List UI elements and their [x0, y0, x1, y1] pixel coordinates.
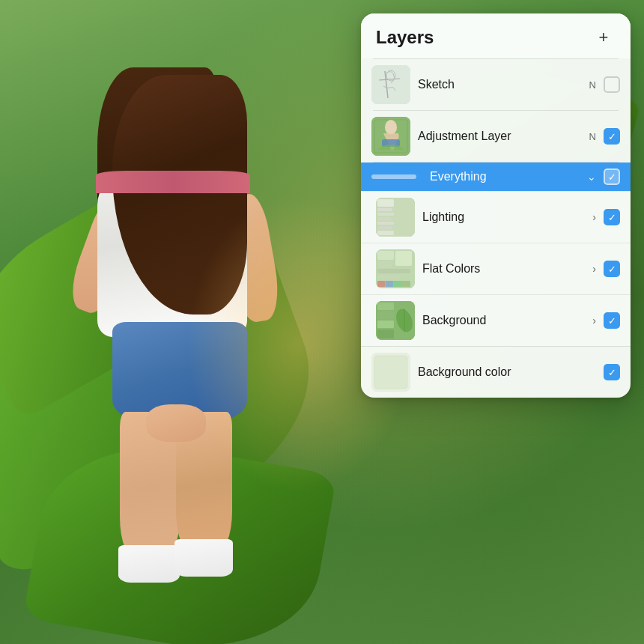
character-sock-left: [118, 545, 180, 583]
layer-info-lighting: Lighting: [422, 210, 585, 224]
svg-rect-20: [377, 269, 410, 273]
svg-rect-18: [377, 261, 392, 267]
layer-row-flat-colors[interactable]: Flat Colors › ✓: [361, 243, 631, 294]
layer-right-adjustment: N ✓: [589, 128, 620, 145]
layer-right-bgcolor: ✓: [604, 364, 620, 380]
add-layer-button[interactable]: +: [592, 25, 616, 49]
layer-right-everything: ⌄ ✓: [587, 168, 620, 185]
layers-panel: Layers + Sketch N: [361, 13, 631, 398]
svg-rect-29: [377, 321, 394, 328]
layer-info-adjustment: Adjustment Layer: [418, 130, 582, 143]
flat-colors-thumb-icon: [376, 249, 415, 288]
layers-title: Layers: [376, 27, 434, 48]
svg-rect-28: [377, 312, 394, 319]
character-shirt-accent: [96, 171, 250, 193]
layer-blend-mode-adjustment: N: [589, 131, 596, 142]
layer-checkbox-adjustment[interactable]: ✓: [604, 128, 620, 145]
chevron-right-icon-background: ›: [592, 315, 596, 326]
adjustment-thumb-icon: [371, 117, 410, 156]
svg-rect-27: [377, 303, 394, 310]
svg-rect-0: [371, 65, 410, 104]
layers-header: Layers +: [361, 13, 631, 58]
layer-thumbnail-sketch: [371, 65, 410, 104]
layer-thumbnail-flat: [376, 249, 415, 288]
layer-right-background: › ✓: [592, 312, 620, 329]
layer-name-flat: Flat Colors: [422, 262, 585, 276]
svg-rect-25: [394, 281, 401, 287]
chevron-right-icon-lighting: ›: [592, 211, 596, 223]
character-sock-right: [174, 539, 233, 577]
chevron-right-icon-flat: ›: [592, 263, 596, 275]
layer-info-flat: Flat Colors: [422, 262, 585, 276]
layer-info-sketch: Sketch: [418, 78, 582, 91]
everything-expand-bar: [371, 174, 416, 179]
layer-checkbox-background[interactable]: ✓: [604, 312, 620, 329]
svg-point-6: [385, 120, 397, 135]
layer-name-adjustment: Adjustment Layer: [418, 130, 582, 143]
layer-thumbnail-bgcolor: [371, 353, 410, 392]
layer-row-background[interactable]: Background › ✓: [361, 295, 631, 346]
character: [37, 45, 352, 629]
layer-right-lighting: › ✓: [592, 209, 620, 225]
layer-checkbox-bgcolor[interactable]: ✓: [604, 364, 620, 380]
svg-rect-30: [377, 329, 394, 338]
layer-info-bgcolor: Background color: [418, 365, 596, 379]
bgcolor-thumb-icon: [371, 353, 410, 392]
sketch-icon: [371, 65, 410, 104]
layer-checkbox-everything[interactable]: ✓: [604, 168, 620, 185]
layer-name-bgcolor: Background color: [418, 365, 596, 379]
layer-blend-mode-sketch: N: [589, 79, 596, 91]
layer-info-background: Background: [422, 314, 585, 327]
layer-checkbox-sketch[interactable]: [604, 76, 620, 93]
svg-rect-34: [374, 356, 407, 389]
svg-rect-23: [377, 281, 385, 287]
lighting-thumb-icon: [376, 198, 415, 237]
svg-rect-24: [386, 281, 393, 287]
layer-name-sketch: Sketch: [418, 78, 582, 91]
svg-rect-19: [395, 251, 412, 266]
layer-row-bgcolor[interactable]: Background color ✓: [361, 347, 631, 398]
svg-rect-14: [377, 226, 392, 229]
svg-rect-17: [377, 251, 394, 260]
layer-right-sketch: N: [589, 76, 620, 93]
layer-row-everything[interactable]: Everything ⌄ ✓: [361, 162, 631, 191]
layer-name-background: Background: [422, 314, 585, 327]
svg-rect-11: [377, 213, 394, 216]
background-thumb-icon: [376, 301, 415, 340]
layer-name-everything: Everything: [430, 170, 580, 183]
svg-rect-15: [377, 231, 394, 235]
layer-right-flat: › ✓: [592, 261, 620, 277]
layer-row-sketch[interactable]: Sketch N: [361, 59, 631, 110]
layer-checkbox-flat[interactable]: ✓: [604, 261, 620, 277]
layer-thumbnail-adjustment: [371, 117, 410, 156]
svg-rect-10: [377, 208, 392, 211]
character-hands: [146, 404, 206, 442]
layer-row-adjustment[interactable]: Adjustment Layer N ✓: [361, 111, 631, 162]
layer-thumbnail-lighting: [376, 198, 415, 237]
layer-name-lighting: Lighting: [422, 210, 585, 224]
layer-checkbox-lighting[interactable]: ✓: [604, 209, 620, 225]
svg-rect-12: [377, 217, 391, 220]
layer-info-everything: Everything: [430, 170, 580, 183]
svg-rect-21: [377, 275, 400, 279]
svg-rect-13: [377, 222, 394, 225]
layer-row-lighting[interactable]: Lighting › ✓: [361, 192, 631, 243]
layer-thumbnail-background: [376, 301, 415, 340]
svg-rect-9: [377, 199, 394, 207]
chevron-down-icon: ⌄: [587, 171, 596, 183]
